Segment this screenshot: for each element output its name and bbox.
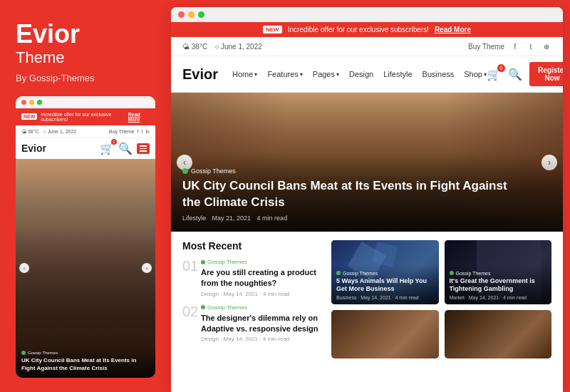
site-logo[interactable]: Evior [182,66,218,83]
nav-lifestyle[interactable]: Lifestyle [383,70,412,78]
card-3[interactable] [331,310,439,359]
most-recent-title: Most Recent [182,240,321,252]
mobile-hero-source: Gossip Themes [21,351,150,355]
mobile-banner-text: Incredible offer for our exclusive subsc… [41,112,124,122]
nav-pages[interactable]: Pages ▾ [313,70,339,78]
mobile-prev-button[interactable]: ‹ [19,263,29,273]
site-new-badge: NEW [263,26,282,33]
mobile-hero-overlay: Gossip Themes UK City Council Bans Meat … [16,345,155,378]
site-banner-text: Incredible offer for our exclusive subsc… [288,26,429,33]
card-1-source: Gossip Themes [343,271,378,276]
card-2-meta: Market · May 14, 2021 · 4 min read [450,295,547,300]
mobile-date: ○ June 1, 2022 [43,129,77,134]
mobile-hamburger-icon[interactable] [137,143,150,154]
nav-shop[interactable]: Shop ▾ [464,70,487,78]
article-item-2: 02 Gossip Themes The designer's dilemma … [182,304,321,343]
card-2[interactable]: Gossip Themes It's Great the Government … [445,240,552,304]
brand-section: Evior Theme By Gossip-Themes [16,20,155,83]
card-2-source-row: Gossip Themes [450,271,547,276]
nav-features[interactable]: Features ▾ [267,70,302,78]
card-2-title: It's Great the Government is Tightening … [450,277,547,294]
site-weather: 🌤 38°C ○ June 1, 2022 [182,43,262,51]
article-meta-2: Design · May 14, 2021 · 4 min read [201,336,321,342]
mobile-topbar-right: Buy Theme f t in [109,129,150,134]
nav-home[interactable]: Home ▾ [232,70,257,78]
mobile-search-icon[interactable]: 🔍 [118,142,133,155]
cards-row-2 [331,310,551,359]
article-num-1: 01 [182,259,195,273]
mobile-nav: Evior 🛒 0 🔍 [16,138,155,159]
card-2-overlay: Gossip Themes It's Great the Government … [445,265,552,304]
card-1-meta: Business · May 14, 2021 · 4 min read [336,295,434,300]
nav-design[interactable]: Design [349,70,373,78]
mobile-preview: NEW Incredible offer for our exclusive s… [16,96,155,378]
hero-title: UK City Council Bans Meat at Its Events … [182,178,524,211]
site-cart-wrap[interactable]: 🛒 0 [487,68,501,81]
hero-overlay: Gossip Themes UK City Council Bans Meat … [171,153,563,232]
most-recent-section: Most Recent 01 Gossip Themes Are you sti… [182,240,321,383]
mobile-ig-icon: in [146,129,150,134]
article-source-1: Gossip Themes [207,259,247,265]
article-dot-2 [201,305,205,309]
mobile-next-button[interactable]: › [142,263,152,273]
nav-links: Home ▾ Features ▾ Pages ▾ Design Lifesty… [232,70,487,78]
cards-section: Gossip Themes 5 Ways Animals Will Help Y… [321,240,551,383]
article-title-1[interactable]: Are you still creating a product from th… [201,267,321,289]
card-1-dot [336,271,341,275]
site-cart-count: 0 [497,64,505,72]
twitter-icon[interactable]: t [526,41,536,51]
nav-business[interactable]: Business [423,70,455,78]
article-item-1: 01 Gossip Themes Are you still creating … [182,259,321,297]
card-1[interactable]: Gossip Themes 5 Ways Animals Will Help Y… [331,240,439,304]
article-info-1: Gossip Themes Are you still creating a p… [201,259,321,297]
article-source-row-1: Gossip Themes [201,259,321,265]
mobile-buy-theme[interactable]: Buy Theme [109,129,135,134]
article-num-2: 02 [182,304,195,319]
hero-source: Gossip Themes [182,167,551,175]
mobile-dot-red [21,100,26,105]
article-title-2[interactable]: The designer's dilemma rely on Adaptive … [201,313,321,334]
article-info-2: Gossip Themes The designer's dilemma rel… [201,304,321,343]
hero-readtime: 4 min read [257,215,288,222]
mobile-dot-yellow [29,100,34,105]
site-banner-link[interactable]: Read More [435,26,471,33]
instagram-icon[interactable]: ⊕ [542,41,551,51]
site-hero: ‹ › Gossip Themes UK City Council Bans M… [171,93,563,232]
mobile-fb-icon: f [138,129,139,134]
card-2-dot [450,271,454,275]
mobile-weather: 🌤 38°C ○ June 1, 2022 [21,129,76,134]
site-buy-theme[interactable]: Buy Theme [468,43,504,51]
site-topbar: 🌤 38°C ○ June 1, 2022 Buy Theme f t ⊕ [171,37,563,56]
facebook-icon[interactable]: f [510,41,520,51]
hero-meta: Lifestyle May 21, 2021 4 min read [182,215,551,222]
hero-category[interactable]: Lifestyle [182,215,206,222]
card-1-overlay: Gossip Themes 5 Ways Animals Will Help Y… [331,265,439,304]
left-panel: Evior Theme By Gossip-Themes NEW Incredi… [0,0,171,392]
article-dot-1 [201,260,205,264]
article-meta-1: Design · May 14, 2021 · 4 min read [201,291,321,297]
site-search-icon[interactable]: 🔍 [508,68,522,81]
card-4[interactable] [445,310,552,359]
mobile-dot-green [37,100,42,105]
article-source-2: Gossip Themes [207,304,247,311]
win-minimize-dot [188,11,195,18]
mobile-nav-icons: 🛒 0 🔍 [100,142,150,155]
card-1-title: 5 Ways Animals Will Help You Get More Bu… [336,277,434,294]
mobile-tw-icon: t [142,129,143,134]
mobile-banner-link[interactable]: Read More [128,112,150,122]
brand-by: By Gossip-Themes [16,73,155,83]
site-content: Most Recent 01 Gossip Themes Are you sti… [171,232,563,392]
mobile-source-dot [21,351,26,355]
brand-name: Evior [16,20,155,48]
card-1-source-row: Gossip Themes [336,271,434,276]
mobile-cart-wrap[interactable]: 🛒 0 [100,142,114,155]
win-maximize-dot [198,11,204,18]
site-banner: NEW Incredible offer for our exclusive s… [171,22,563,37]
mobile-logo[interactable]: Evior [21,143,46,154]
article-source-row-2: Gossip Themes [201,304,321,311]
mobile-topbar: 🌤 38°C ○ June 1, 2022 Buy Theme f t in [16,125,155,138]
win-close-dot [178,11,185,18]
nav-right: 🛒 0 🔍 Register Now [487,62,563,86]
site-date: ○ June 1, 2022 [214,43,262,51]
register-button[interactable]: Register Now [529,62,563,86]
